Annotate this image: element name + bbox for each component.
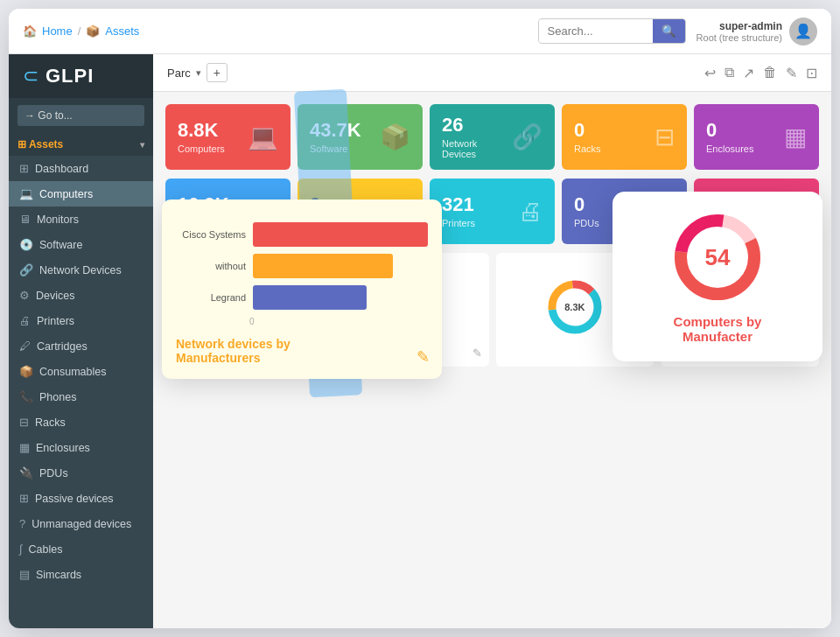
computers-manufacturer-number: 54 bbox=[705, 244, 731, 271]
stat-card-racks[interactable]: 0 Racks ⊟ bbox=[562, 104, 687, 170]
chart-edit-icon[interactable]: ✎ bbox=[472, 346, 482, 360]
network-devices-card: Cisco Systems without Legrand 0 bbox=[162, 200, 442, 379]
sidebar-item-software[interactable]: 💿 Software bbox=[9, 232, 153, 257]
stat-label: Printers bbox=[442, 218, 518, 228]
share-icon[interactable]: ↗ bbox=[743, 65, 754, 81]
breadcrumb-sep: / bbox=[78, 24, 81, 38]
assets-icon: 📦 bbox=[86, 24, 100, 38]
sidebar-item-label: Printers bbox=[37, 315, 74, 327]
avatar: 👤 bbox=[789, 18, 817, 46]
sidebar-item-label: Cartridges bbox=[37, 340, 88, 353]
stat-card-enclosures[interactable]: 0 Enclosures ▦ bbox=[694, 104, 819, 170]
sidebar-item-computers[interactable]: 💻 Computers bbox=[9, 181, 153, 206]
sidebar-item-unmanaged-devices[interactable]: ? Unmanaged devices bbox=[9, 511, 153, 536]
toolbar: ↩ ⧉ ↗ 🗑 ✎ ⊡ bbox=[704, 65, 817, 81]
home-link[interactable]: Home bbox=[42, 24, 73, 38]
bar-row: Legrand bbox=[176, 285, 428, 310]
stat-number: 0 bbox=[574, 120, 654, 141]
sidebar-item-label: Network Devices bbox=[39, 264, 122, 276]
sidebar-item-passive-devices[interactable]: ⊞ Passive devices bbox=[9, 486, 153, 511]
pdu-icon: 🔌 bbox=[19, 466, 33, 480]
assets-section-header[interactable]: ⊞ Assets ▾ bbox=[9, 133, 153, 156]
computers-manufacturer-title: Computers byManufacter bbox=[674, 314, 762, 344]
stat-icon: 📦 bbox=[380, 122, 410, 151]
expand-icon[interactable]: ⊡ bbox=[806, 65, 817, 81]
stat-card-computers[interactable]: 8.8K Computers 💻 bbox=[165, 104, 290, 170]
cartridge-icon: 🖊 bbox=[19, 340, 31, 353]
sidebar-item-label: Simcards bbox=[36, 569, 81, 581]
sidebar-item-phones[interactable]: 📞 Phones bbox=[9, 384, 153, 410]
consumables-icon: 📦 bbox=[19, 365, 33, 378]
phone-icon: 📞 bbox=[19, 390, 33, 403]
stat-card-printers[interactable]: 321 Printers 🖨 bbox=[430, 178, 555, 244]
stat-card-text: 0 Enclosures bbox=[706, 120, 784, 154]
sidebar-item-cables[interactable]: ∫ Cables bbox=[9, 536, 153, 562]
user-info: super-admin Root (tree structure) 👤 bbox=[696, 18, 817, 46]
simcard-icon: ▤ bbox=[19, 568, 30, 581]
sidebar-item-label: Passive devices bbox=[35, 493, 114, 505]
sidebar-item-dashboard[interactable]: ⊞ Dashboard bbox=[9, 156, 153, 181]
big-donut-chart: 54 bbox=[669, 209, 766, 305]
donut-chart-3: 8.3K bbox=[544, 276, 606, 338]
computer-icon: 💻 bbox=[19, 187, 33, 200]
logo-icon: ⊂ bbox=[23, 65, 38, 88]
tab-label: Parc bbox=[167, 66, 191, 80]
add-tab-button[interactable]: + bbox=[206, 63, 228, 82]
bar-chart: Cisco Systems without Legrand 0 bbox=[176, 222, 428, 326]
tab-chevron-icon: ▾ bbox=[196, 67, 201, 79]
search-button[interactable]: 🔍 bbox=[653, 19, 685, 43]
search-box: 🔍 bbox=[538, 18, 686, 44]
stat-icon: ▦ bbox=[784, 122, 807, 151]
sidebar-item-label: Consumables bbox=[39, 366, 106, 378]
username: super-admin bbox=[696, 20, 782, 32]
bar-row: without bbox=[176, 254, 428, 278]
stat-label: Enclosures bbox=[706, 144, 784, 154]
computers-manufacturer-card: 54 Computers byManufacter bbox=[612, 192, 822, 361]
network-devices-card-title: Network devices byManufacturers bbox=[176, 337, 428, 365]
sidebar-item-enclosures[interactable]: ▦ Enclosures bbox=[9, 435, 153, 460]
goto-button[interactable]: → Go to... bbox=[18, 105, 144, 126]
sidebar-item-cartridges[interactable]: 🖊 Cartridges bbox=[9, 333, 153, 359]
parc-tab: Parc ▾ + bbox=[167, 63, 228, 82]
stat-icon: 🔗 bbox=[512, 122, 542, 151]
stat-label: Network Devices bbox=[442, 138, 512, 159]
stat-number: 0 bbox=[706, 120, 784, 141]
bar-label: Cisco Systems bbox=[176, 229, 246, 240]
main-content: Parc ▾ + ↩ ⧉ ↗ 🗑 ✎ ⊡ bbox=[153, 54, 831, 628]
search-input[interactable] bbox=[539, 20, 653, 42]
sidebar-item-printers[interactable]: 🖨 Printers bbox=[9, 308, 153, 333]
sidebar-item-devices[interactable]: ⚙ Devices bbox=[9, 283, 153, 308]
sidebar-item-label: Computers bbox=[39, 188, 93, 200]
dashboard-icon: ⊞ bbox=[19, 162, 29, 175]
devices-icon: ⚙ bbox=[19, 289, 30, 302]
logo-text: GLPI bbox=[46, 65, 94, 88]
stat-number: 8.8K bbox=[178, 120, 248, 141]
sidebar-item-label: Dashboard bbox=[35, 163, 88, 175]
network-devices-edit-icon[interactable]: ✎ bbox=[416, 347, 430, 367]
stat-icon: 💻 bbox=[248, 122, 278, 151]
stat-card-network-devices[interactable]: 26 Network Devices 🔗 bbox=[430, 104, 555, 170]
sidebar-item-label: Phones bbox=[39, 391, 76, 403]
edit-icon[interactable]: ✎ bbox=[786, 65, 797, 81]
copy-icon[interactable]: ⧉ bbox=[724, 65, 734, 80]
printer-icon: 🖨 bbox=[19, 314, 31, 327]
delete-icon[interactable]: 🗑 bbox=[763, 65, 777, 80]
bar-row: Cisco Systems bbox=[176, 222, 428, 247]
donut-value: 8.3K bbox=[564, 302, 584, 312]
sidebar-item-consumables[interactable]: 📦 Consumables bbox=[9, 359, 153, 384]
sidebar-item-racks[interactable]: ⊟ Racks bbox=[9, 410, 153, 435]
sidebar-item-pdus[interactable]: 🔌 PDUs bbox=[9, 460, 153, 486]
sidebar-item-simcards[interactable]: ▤ Simcards bbox=[9, 562, 153, 587]
sidebar-item-label: Enclosures bbox=[36, 442, 90, 454]
sidebar-item-network-devices[interactable]: 🔗 Network Devices bbox=[9, 257, 153, 283]
stat-card-text: 8.8K Computers bbox=[178, 120, 248, 154]
sidebar-item-monitors[interactable]: 🖥 Monitors bbox=[9, 206, 153, 232]
stat-icon: ⊟ bbox=[654, 122, 675, 151]
sidebar-logo: ⊂ GLPI bbox=[9, 54, 153, 98]
stat-label: Computers bbox=[178, 144, 248, 154]
breadcrumb: 🏠 Home / 📦 Assets bbox=[23, 24, 538, 38]
bar-without bbox=[253, 254, 393, 278]
undo-icon[interactable]: ↩ bbox=[704, 65, 716, 81]
assets-link[interactable]: Assets bbox=[105, 24, 139, 38]
sidebar-item-label: Devices bbox=[36, 290, 74, 302]
